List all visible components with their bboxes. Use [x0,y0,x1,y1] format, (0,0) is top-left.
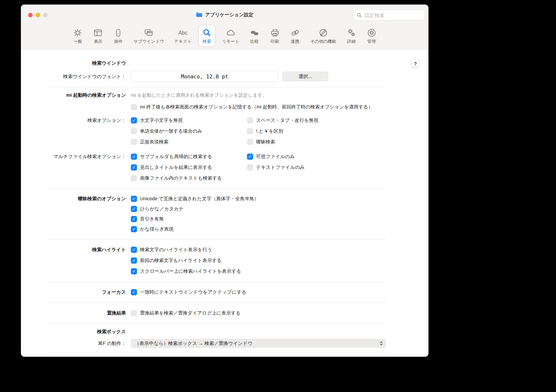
checkbox-option[interactable]: 見出しタイトルを結果に表示する [131,162,247,173]
tab-text[interactable]: Abc テキスト [171,25,195,46]
checkbox-label: mi 終了後も各検索画面の検索オプションを記憶する（mi 起動時、前回終了時の検… [140,104,373,110]
checkbox[interactable] [131,139,137,145]
checkbox[interactable] [131,206,137,212]
checkbox-option[interactable]: 正規表現検索 [131,137,247,147]
choose-font-button[interactable]: 選択... [282,72,328,81]
checkbox[interactable] [131,289,137,295]
checkbox[interactable] [131,164,137,171]
help-button[interactable]: ? [411,59,420,68]
font-label: 検索ウインドウのフォント： [49,74,126,80]
checkbox-option[interactable]: 一致時にテキストウインドウをアクティブにする [131,287,386,298]
window-title: アプリケーション設定 [196,12,253,18]
tab-display[interactable]: 表示 [90,25,106,46]
tab-details[interactable]: 詳細 [343,25,359,46]
checkbox[interactable] [247,154,253,160]
divider [49,323,386,324]
settings-search-field[interactable] [353,9,425,21]
checkbox-option[interactable]: かな揺らぎ表現 [131,224,386,234]
checkbox-option[interactable]: 検索文字のハイライト表示を行う [131,244,386,255]
checkbox-label: \ と ¥ を区別 [256,128,283,134]
checkbox[interactable] [247,117,253,123]
checkbox-option[interactable]: サブフォルダも再帰的に検索する [131,151,247,162]
tab-compare[interactable]: 比較 [247,25,263,46]
cmdf-select-value: （表示中なら）検索ボックス → 検索／置換ウインドウ [135,340,252,347]
checkbox-option[interactable]: 可視ファイルのみ [247,151,386,162]
close-button[interactable] [28,13,33,17]
tab-general[interactable]: 一般 [70,25,86,46]
folder-icon [196,12,202,17]
checkbox-option[interactable]: スクロールバー上に検索ハイライトを表示する [131,266,386,277]
tab-link[interactable]: 連携 [287,25,303,46]
checkbox[interactable] [131,226,137,232]
layout-icon [93,28,103,38]
search-options-row: 検索オプション： 大文字小文字を無視 スペース・タブ・改行を無視 単語全体が一致… [49,115,386,147]
checkbox[interactable] [131,247,137,253]
checkbox[interactable] [131,268,137,274]
checkbox-label: 正規表現検索 [140,139,168,145]
checkbox-option[interactable]: スペース・タブ・改行を無視 [247,115,386,126]
group-label: マルチファイル検索オプション： [49,151,126,162]
window-title-text: アプリケーション設定 [205,12,253,18]
abc-icon: Abc [178,28,188,38]
tab-other-functions[interactable]: その他の機能 [307,25,339,46]
badge-gear-icon [367,28,377,38]
fuzzy-section: 曖昧検索のオプション Unicode で互換と定義された文字（異体字・全角半角）… [49,194,386,234]
checkbox-option[interactable]: 画像ファイル内のテキストも検索する [131,173,247,184]
section-header: 曖昧検索のオプション [49,194,126,204]
checkbox[interactable] [247,128,253,134]
search-box-header-row: 検索ボックス [49,329,386,335]
checkbox[interactable] [131,196,137,202]
tab-label: 一般 [74,39,82,44]
checkbox-label: 単語全体が一致する場合のみ [140,128,202,134]
section-header: mi 起動時の検索オプション [49,92,126,98]
tab-label: 印刷 [270,39,279,44]
highlight-section: 検索ハイライト 検索文字のハイライト表示を行う 前回の検索文字もハイライト表示す… [49,244,386,277]
checkbox[interactable] [131,310,137,316]
checkbox-option[interactable]: mi 終了後も各検索画面の検索オプションを記憶する（mi 起動時、前回終了時の検… [131,102,386,112]
checkbox[interactable] [131,128,137,134]
font-value-field: Monaco, 12.0 pt [131,71,278,82]
search-icon [357,13,362,18]
cmdf-row: ⌘F の動作： （表示中なら）検索ボックス → 検索／置換ウインドウ [49,339,386,348]
minimize-button[interactable] [36,13,40,17]
settings-content: ? 検索ウインドウ 検索ウインドウのフォント： Monaco, 12.0 pt … [21,50,428,357]
divider [49,87,386,87]
checkbox-label: 画像ファイル内のテキストも検索する [140,175,222,181]
checkbox-option[interactable]: 音引き有無 [131,214,386,224]
checkbox[interactable] [131,216,137,222]
checkbox-label: 大文字小文字を無視 [140,117,183,123]
gear-icon [73,28,83,38]
settings-search-input[interactable] [364,12,411,18]
checkbox[interactable] [247,139,253,145]
checkbox[interactable] [131,117,137,123]
checkbox[interactable] [131,154,137,160]
checkbox-option[interactable]: ひらがな／カタカナ [131,204,386,214]
printer-icon [270,28,280,38]
checkbox-option[interactable]: Unicode で互換と定義された文字（異体字・全角半角） [131,194,386,204]
checkbox-option[interactable]: 置換結果を検索／置換ダイアログ上に表示する [131,308,386,318]
checkbox-label: 一致時にテキストウインドウをアクティブにする [140,289,246,295]
tab-manage[interactable]: 管理 [364,25,380,46]
cmdf-select[interactable]: （表示中なら）検索ボックス → 検索／置換ウインドウ [131,339,386,348]
tab-subwindow[interactable]: サブウインドウ [130,25,167,46]
tab-print[interactable]: 印刷 [267,25,283,46]
tab-operation[interactable]: 操作 [110,25,126,46]
checkbox[interactable] [131,104,137,110]
tab-remote[interactable]: リモート [219,25,242,46]
divider [49,353,386,353]
checkbox[interactable] [131,257,137,264]
window-header: アプリケーション設定 一般 表示 操作 サブウインドウ [21,5,428,50]
checkbox-option[interactable]: 大文字小文字を無視 [131,115,247,126]
chevron-up-down-icon [379,340,383,346]
checkbox[interactable] [247,164,253,171]
checkbox[interactable] [131,175,137,181]
checkbox-option[interactable]: 単語全体が一致する場合のみ [131,126,247,137]
checkbox-option[interactable]: テキストファイルのみ [247,162,386,173]
mouse-icon [113,28,123,38]
tab-label: リモート [222,39,239,44]
checkbox-option[interactable]: 曖昧検索 [247,137,386,147]
font-row: 検索ウインドウのフォント： Monaco, 12.0 pt 選択... [49,71,386,82]
tab-search[interactable]: 検索 [199,25,215,46]
checkbox-option[interactable]: 前回の検索文字もハイライト表示する [131,255,386,266]
checkbox-option[interactable]: \ と ¥ を区別 [247,126,386,137]
